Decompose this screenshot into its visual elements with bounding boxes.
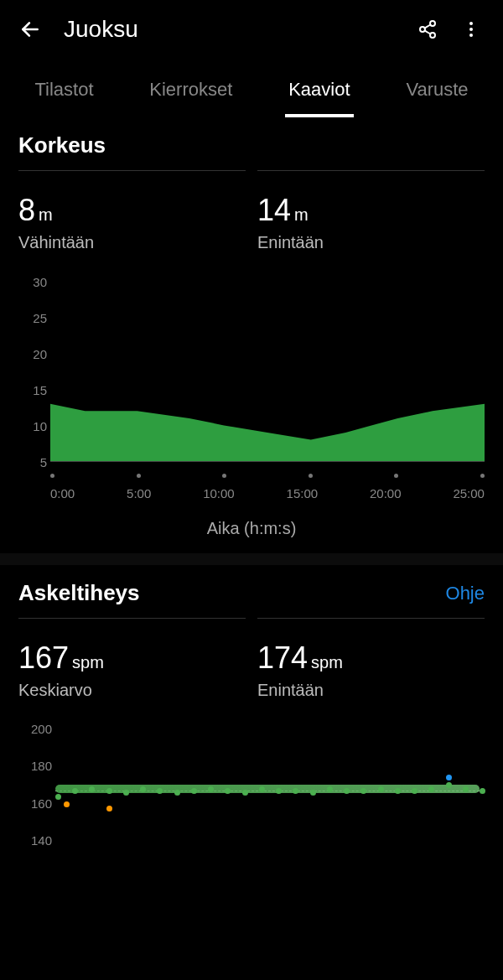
cadence-max-stat: 174spm Enintään <box>257 618 485 700</box>
cadence-chart: 200180160140 <box>55 722 480 848</box>
cadence-avg-unit: spm <box>72 653 104 671</box>
tab-tilastot[interactable]: Tilastot <box>31 74 96 117</box>
elevation-chart: 30252015105 0:005:0010:0015:0020:0025:00… <box>18 276 485 538</box>
back-button[interactable] <box>17 16 44 43</box>
cadence-section: Askeltiheys Ohje 167spm Keskiarvo 174spm… <box>0 565 503 848</box>
cadence-title: Askeltiheys <box>18 580 140 606</box>
tab-varuste[interactable]: Varuste <box>402 74 471 117</box>
tab-kaaviot[interactable]: Kaaviot <box>285 74 353 117</box>
cadence-help-link[interactable]: Ohje <box>446 583 485 604</box>
more-vertical-icon <box>461 19 481 39</box>
share-icon <box>417 19 438 39</box>
overflow-menu-button[interactable] <box>456 14 486 44</box>
elevation-max-stat: 14m Enintään <box>257 170 485 252</box>
elevation-area-chart <box>50 283 485 461</box>
cadence-avg-value: 167 <box>18 640 69 675</box>
cadence-avg-label: Keskiarvo <box>18 681 246 700</box>
cadence-max-value: 174 <box>257 640 308 675</box>
svg-line-5 <box>425 25 431 29</box>
cadence-avg-stat: 167spm Keskiarvo <box>18 618 246 700</box>
arrow-left-icon <box>19 18 41 40</box>
svg-point-8 <box>469 34 473 37</box>
cadence-max-unit: spm <box>311 653 343 671</box>
app-header: Juoksu <box>0 0 503 59</box>
elevation-section: Korkeus 8m Vähintään 14m Enintään 302520… <box>0 117 503 538</box>
elevation-max-label: Enintään <box>257 233 485 252</box>
elevation-x-axis-label: Aika (h:m:s) <box>18 519 485 538</box>
share-button[interactable] <box>412 14 443 44</box>
page-title: Juoksu <box>64 16 399 43</box>
section-divider <box>0 553 503 565</box>
svg-point-6 <box>469 22 473 25</box>
elevation-min-value: 8 <box>18 193 35 227</box>
elevation-min-stat: 8m Vähintään <box>18 170 246 252</box>
elevation-min-label: Vähintään <box>18 233 246 252</box>
svg-point-7 <box>469 28 473 31</box>
tab-kierrokset[interactable]: Kierrokset <box>146 74 236 117</box>
elevation-max-unit: m <box>294 205 309 224</box>
elevation-max-value: 14 <box>257 193 291 227</box>
tab-bar: Tilastot Kierrokset Kaaviot Varuste <box>0 59 503 117</box>
cadence-max-label: Enintään <box>257 681 485 700</box>
elevation-title: Korkeus <box>18 132 106 158</box>
elevation-min-unit: m <box>39 205 53 224</box>
svg-line-4 <box>425 31 431 34</box>
